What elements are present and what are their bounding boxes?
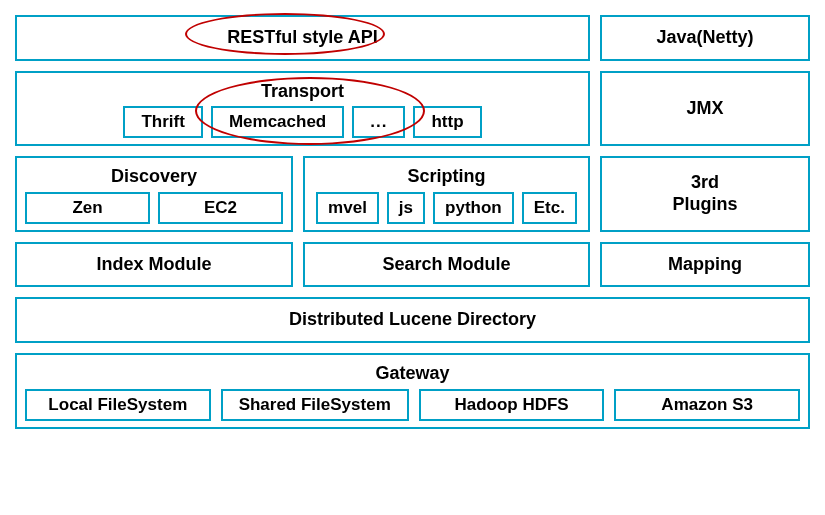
row-modules: Index Module Search Module Mapping	[15, 242, 810, 288]
sub-thrift: Thrift	[123, 106, 202, 138]
box-search-module: Search Module	[303, 242, 590, 288]
label-gateway: Gateway	[375, 361, 449, 389]
sub-ec2: EC2	[158, 192, 283, 224]
box-restful-api: RESTful style API	[15, 15, 590, 61]
discovery-items: Zen EC2	[25, 192, 283, 224]
label-discovery: Discovery	[111, 164, 197, 192]
sub-http: http	[413, 106, 481, 138]
box-transport: Transport Thrift Memcached ... http	[15, 71, 590, 147]
gateway-items: Local FileSystem Shared FileSystem Hadoo…	[25, 389, 800, 421]
label-index-module: Index Module	[96, 250, 211, 280]
scripting-items: mvel js python Etc.	[313, 192, 580, 224]
box-discovery: Discovery Zen EC2	[15, 156, 293, 232]
box-mapping: Mapping	[600, 242, 810, 288]
sub-hadoop-hdfs: Hadoop HDFS	[419, 389, 605, 421]
box-java-netty: Java(Netty)	[600, 15, 810, 61]
sub-etc: Etc.	[522, 192, 577, 224]
label-transport: Transport	[261, 79, 344, 107]
box-jmx: JMX	[600, 71, 810, 147]
label-java-netty: Java(Netty)	[656, 23, 753, 53]
sub-shared-fs: Shared FileSystem	[221, 389, 409, 421]
label-mapping: Mapping	[668, 250, 742, 280]
label-search-module: Search Module	[382, 250, 510, 280]
box-scripting: Scripting mvel js python Etc.	[303, 156, 590, 232]
sub-js: js	[387, 192, 425, 224]
sub-python: python	[433, 192, 514, 224]
box-index-module: Index Module	[15, 242, 293, 288]
sub-memcached: Memcached	[211, 106, 344, 138]
sub-mvel: mvel	[316, 192, 379, 224]
row-discovery-scripting: Discovery Zen EC2 Scripting mvel js pyth…	[15, 156, 810, 232]
transport-items: Thrift Memcached ... http	[25, 106, 580, 138]
row-transport: Transport Thrift Memcached ... http JMX	[15, 71, 810, 147]
box-3rd-plugins: 3rd Plugins	[600, 156, 810, 232]
label-restful-api: RESTful style API	[227, 23, 377, 53]
box-distributed-lucene-directory: Distributed Lucene Directory	[15, 297, 810, 343]
sub-zen: Zen	[25, 192, 150, 224]
row-gateway: Gateway Local FileSystem Shared FileSyst…	[15, 353, 810, 429]
label-jmx: JMX	[686, 94, 723, 124]
row-api: RESTful style API Java(Netty)	[15, 15, 810, 61]
label-dld: Distributed Lucene Directory	[289, 305, 536, 335]
row-dld: Distributed Lucene Directory	[15, 297, 810, 343]
sub-local-fs: Local FileSystem	[25, 389, 211, 421]
box-gateway: Gateway Local FileSystem Shared FileSyst…	[15, 353, 810, 429]
sub-ellipsis: ...	[352, 106, 405, 138]
label-3rd-plugins: 3rd Plugins	[672, 168, 737, 219]
sub-amazon-s3: Amazon S3	[614, 389, 800, 421]
architecture-diagram: RESTful style API Java(Netty) Transport …	[15, 15, 810, 429]
label-scripting: Scripting	[407, 164, 485, 192]
